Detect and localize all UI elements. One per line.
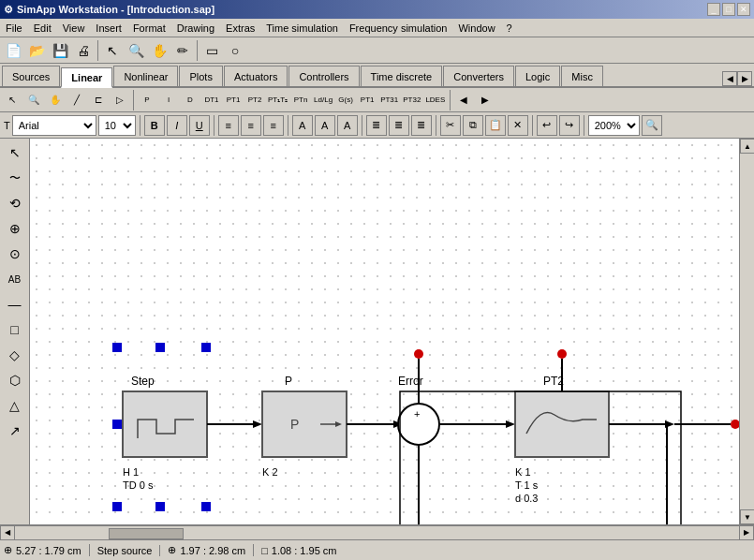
align-center[interactable]: ≡ [241, 115, 261, 136]
scroll-left[interactable]: ◀ [453, 90, 474, 111]
delete-btn[interactable]: ✕ [508, 115, 528, 136]
list2[interactable]: ≣ [389, 115, 409, 136]
tab-time-discrete[interactable]: Time discrete [361, 66, 443, 86]
scroll-down-btn[interactable]: ▼ [740, 509, 754, 524]
block-ptn[interactable]: PTn [290, 90, 311, 111]
bold-btn[interactable]: B [144, 115, 165, 136]
tool-5[interactable]: ⊙ [3, 242, 27, 266]
block-pt1v[interactable]: PT1 [357, 90, 377, 111]
zoom-fit[interactable]: 🔍 [642, 115, 662, 136]
block-p[interactable]: P [137, 90, 157, 111]
h-scroll-thumb[interactable] [109, 528, 184, 539]
tab-prev[interactable]: ◀ [722, 71, 737, 86]
menu-edit[interactable]: Edit [28, 19, 57, 37]
text-style2[interactable]: A [315, 115, 335, 136]
open-btn[interactable]: 📂 [25, 39, 48, 62]
block-pt2[interactable]: PT2 [244, 90, 265, 111]
tool-8[interactable]: □ [3, 317, 27, 342]
zoom-tool[interactable]: 🔍 [23, 90, 44, 111]
tool-9[interactable]: ◇ [3, 343, 27, 367]
block-pt1[interactable]: PT1 [223, 90, 244, 111]
tool-2[interactable]: 〜 [3, 166, 27, 190]
canvas-area[interactable]: Step H 1 TD 0 s P P K 2 + [30, 139, 739, 524]
size-selector[interactable]: 10 [98, 115, 136, 136]
scroll-left-btn[interactable]: ◀ [0, 525, 15, 540]
text-style1[interactable]: A [292, 115, 313, 136]
tab-converters[interactable]: Converters [443, 66, 514, 86]
scroll-right-btn[interactable]: ▶ [739, 525, 754, 540]
scroll-right[interactable]: ▶ [475, 90, 495, 111]
select-tool[interactable]: ↖ [2, 90, 22, 111]
block-gs[interactable]: G(s) [335, 90, 356, 111]
tool-12[interactable]: ↗ [3, 419, 27, 443]
font-selector[interactable]: Arial [12, 115, 96, 136]
rect-btn[interactable]: ▭ [200, 39, 223, 62]
ellipse-btn[interactable]: ○ [224, 39, 246, 62]
step-block-body[interactable] [123, 391, 207, 457]
tab-actuators[interactable]: Actuators [224, 66, 288, 86]
undo-btn[interactable]: ↩ [537, 115, 557, 136]
underline-btn[interactable]: U [189, 115, 210, 136]
menu-drawing[interactable]: Drawing [171, 19, 220, 37]
align-left[interactable]: ≡ [218, 115, 239, 136]
menu-window[interactable]: Window [452, 19, 500, 37]
block-i[interactable]: I [158, 90, 179, 111]
cut-btn[interactable]: ✂ [440, 115, 461, 136]
pan-btn[interactable]: ✋ [148, 39, 170, 62]
pt2-block-body[interactable] [515, 391, 609, 457]
pan-tool[interactable]: ✋ [45, 90, 66, 111]
tool-7[interactable]: — [3, 292, 27, 317]
menu-view[interactable]: View [57, 19, 91, 37]
tool-3[interactable]: ⟲ [3, 191, 27, 215]
select-btn[interactable]: ↖ [101, 39, 124, 62]
scroll-up-btn[interactable]: ▲ [740, 139, 754, 154]
h-scrollbar[interactable]: ◀ ▶ [0, 524, 754, 539]
menu-time-sim[interactable]: Time simulation [260, 19, 344, 37]
print-btn[interactable]: 🖨 [72, 39, 95, 62]
paste-btn[interactable]: 📋 [485, 115, 506, 136]
tool-4[interactable]: ⊕ [3, 216, 27, 241]
right-scrollbar[interactable]: ▲ ▼ [739, 139, 754, 524]
list1[interactable]: ≣ [366, 115, 387, 136]
tab-logic[interactable]: Logic [515, 66, 560, 86]
align-right[interactable]: ≡ [263, 115, 284, 136]
shape2[interactable]: ▷ [110, 90, 130, 111]
new-btn[interactable]: 📄 [2, 39, 24, 62]
block-dt1[interactable]: DT1 [201, 90, 222, 111]
tool-6[interactable]: AB [3, 267, 27, 291]
tool-11[interactable]: △ [3, 393, 27, 418]
italic-btn[interactable]: I [167, 115, 187, 136]
tab-sources[interactable]: Sources [2, 66, 60, 86]
block-d[interactable]: D [180, 90, 200, 111]
block-ldes[interactable]: LDES [423, 90, 447, 111]
draw-btn[interactable]: ✏ [171, 39, 194, 62]
tool-1[interactable]: ↖ [3, 140, 27, 165]
tab-linear[interactable]: Linear [61, 67, 112, 88]
maximize-button[interactable]: □ [722, 3, 735, 16]
zoom-btn[interactable]: 🔍 [125, 39, 147, 62]
zoom-selector[interactable]: 200% 100% 150% [588, 115, 640, 136]
close-button[interactable]: ✕ [737, 3, 750, 16]
menu-format[interactable]: Format [127, 19, 171, 37]
save-btn[interactable]: 💾 [49, 39, 71, 62]
line-tool[interactable]: ╱ [67, 90, 87, 111]
menu-extras[interactable]: Extras [220, 19, 260, 37]
menu-help[interactable]: ? [501, 19, 518, 37]
block-pt32[interactable]: PT32 [401, 90, 422, 111]
list3[interactable]: ≣ [411, 115, 432, 136]
text-style3[interactable]: A [337, 115, 358, 136]
menu-insert[interactable]: Insert [90, 19, 127, 37]
block-ptit2[interactable]: PT₁T₂ [266, 90, 289, 111]
tab-misc[interactable]: Misc [561, 66, 603, 86]
tab-next[interactable]: ▶ [737, 71, 752, 86]
tool-10[interactable]: ⬡ [3, 368, 27, 392]
copy-btn[interactable]: ⧉ [463, 115, 483, 136]
tab-controllers[interactable]: Controllers [288, 66, 359, 86]
tab-nonlinear[interactable]: Nonlinear [113, 66, 178, 86]
redo-btn[interactable]: ↪ [559, 115, 580, 136]
menu-file[interactable]: File [0, 19, 28, 37]
shape1[interactable]: ⊏ [88, 90, 109, 111]
block-pt31[interactable]: PT31 [378, 90, 400, 111]
tab-plots[interactable]: Plots [179, 66, 222, 86]
block-ldlg[interactable]: Ld/Lg [312, 90, 334, 111]
